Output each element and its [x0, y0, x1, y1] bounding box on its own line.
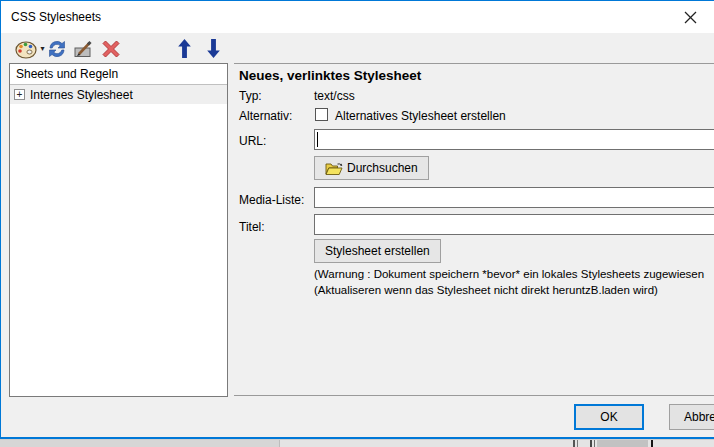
background-divider [651, 440, 653, 447]
background-app-strip [0, 439, 714, 447]
browse-button-label: Durchsuchen [347, 161, 418, 175]
title-field-label: Titel: [239, 220, 265, 234]
palette-icon [15, 40, 37, 59]
create-stylesheet-button[interactable]: Stylesheet erstellen [314, 239, 441, 263]
ok-button[interactable]: OK [574, 404, 644, 430]
tree-item-label: Internes Stylesheet [30, 88, 133, 102]
background-divider [577, 440, 578, 447]
url-input[interactable] [314, 129, 714, 150]
type-value: text/css [314, 89, 355, 103]
media-list-label: Media-Liste: [239, 193, 304, 207]
tree-header: Sheets und Regeln [10, 64, 227, 85]
refresh-button[interactable] [46, 38, 68, 60]
open-folder-icon [325, 161, 343, 176]
warning-line-2: (Aktualiseren wenn das Stylesheet nicht … [314, 284, 658, 296]
text-cursor [317, 132, 318, 147]
tree-item-internes-stylesheet[interactable]: + Internes Stylesheet [10, 85, 227, 104]
close-icon [684, 11, 697, 24]
alternative-stylesheet-checkbox[interactable] [315, 108, 328, 121]
down-arrow-icon [206, 38, 221, 59]
expand-plus-icon[interactable]: + [14, 89, 25, 100]
alternative-checkbox-label: Alternatives Stylesheet erstellen [335, 109, 506, 123]
stylesheet-tree-panel: Sheets und Regeln + Internes Stylesheet [9, 63, 228, 397]
title-input[interactable] [314, 214, 714, 235]
media-list-input[interactable] [314, 187, 714, 208]
create-stylesheet-button-label: Stylesheet erstellen [325, 244, 430, 258]
dropdown-arrow-icon: ▾ [40, 45, 44, 53]
background-app-panel [0, 440, 280, 447]
up-arrow-icon [177, 38, 192, 59]
background-divider [590, 440, 592, 447]
title-bar[interactable]: CSS Stylesheets [1, 1, 714, 33]
cancel-button[interactable]: Abbrechen [669, 404, 714, 430]
warning-line-1: (Warnung : Dokument speichern *bevor* ei… [314, 268, 704, 280]
edit-pencil-icon [74, 40, 94, 58]
css-stylesheets-dialog: CSS Stylesheets ▾ [0, 0, 714, 439]
new-stylesheet-button[interactable]: ▾ [11, 38, 49, 60]
edit-button[interactable] [73, 39, 95, 59]
background-divider [573, 440, 575, 447]
alternative-label: Alternativ: [239, 109, 292, 123]
type-label: Typ: [239, 89, 262, 103]
delete-button[interactable] [100, 39, 121, 59]
panel-heading: Neues, verlinktes Stylesheet [239, 68, 421, 83]
delete-x-icon [102, 40, 120, 58]
background-divider [594, 440, 595, 447]
screen: CSS Stylesheets ▾ [0, 0, 714, 447]
close-button[interactable] [668, 2, 712, 32]
url-label: URL: [239, 134, 266, 148]
browse-button[interactable]: Durchsuchen [314, 156, 429, 180]
window-title: CSS Stylesheets [11, 10, 101, 24]
background-block [597, 440, 648, 447]
refresh-icon [47, 39, 67, 59]
move-down-button[interactable] [205, 37, 222, 60]
move-up-button[interactable] [176, 37, 193, 60]
